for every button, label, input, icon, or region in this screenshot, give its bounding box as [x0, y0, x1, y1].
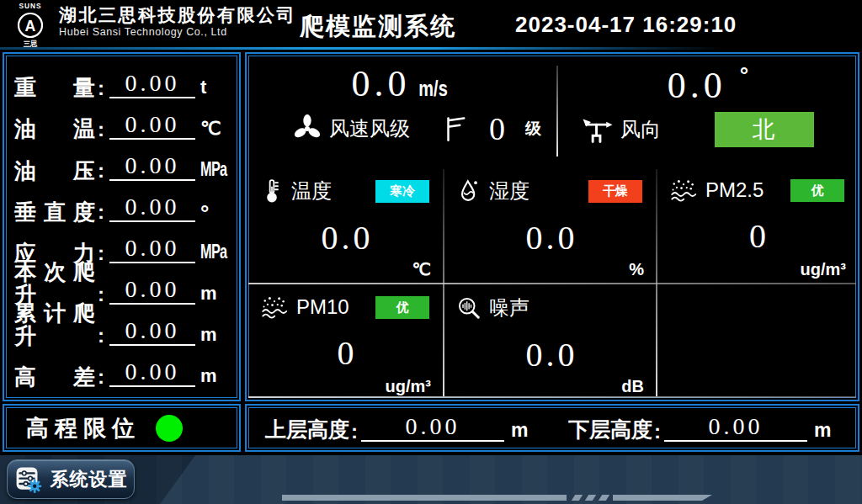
measure-unit: t [200, 77, 231, 100]
measure-label: 垂直度 [14, 201, 95, 224]
noise-meter-icon [456, 295, 482, 321]
sensor-cell-pm10: PM10 优 0 ug/m³ [247, 283, 443, 400]
sliders-gear-icon [14, 465, 43, 494]
measure-value-field: 0.00 [109, 194, 195, 222]
measure-value-field: 0.00 [109, 111, 195, 140]
sensor-label: 湿度 [489, 178, 529, 204]
wind-level-value: 0 [489, 110, 505, 147]
climbing-formwork-monitor-screen: SUNS A 三思 湖北三思科技股份有限公司 Hubei Sansi Techn… [0, 0, 862, 504]
measure-value: 0.00 [125, 358, 180, 385]
measure-value: 0.00 [125, 111, 180, 137]
wind-speed-value: 0.0 [351, 63, 410, 104]
measure-value-field: 0.00 [109, 152, 195, 181]
system-settings-label: 系统设置 [51, 467, 128, 492]
wind-speed-unit: m/s [419, 77, 448, 101]
measure-label: 重量 [14, 77, 95, 99]
measure-unit: MPa [200, 157, 231, 183]
sensor-grid: 温度 寒冷 0.0 ℃ 湿度 干燥 [247, 166, 858, 400]
company-name-cn: 湖北三思科技股份有限公司 [59, 4, 296, 26]
upper-level-unit: m [511, 419, 528, 443]
measure-unit: m [200, 283, 231, 306]
wind-speed-label: 风速风级 [329, 115, 410, 142]
lower-level-group: 下层高度: 0.00 m [568, 413, 843, 443]
svg-text:SUNS: SUNS [19, 2, 41, 10]
upper-level-value-field: 0.00 [361, 413, 504, 442]
measure-value-field: 0.00 [109, 70, 195, 98]
water-drop-icon [456, 178, 482, 204]
company-logo-icon: SUNS A 三思 [7, 2, 54, 49]
wind-direction-value: 0.0 [668, 65, 726, 106]
sensor-label: PM2.5 [705, 178, 764, 202]
colon: : [98, 118, 104, 141]
sensor-value: 0.0 [456, 218, 647, 257]
measure-row-oil-pressure: 油压: 0.00 MPa [14, 146, 231, 183]
header-divider [0, 47, 724, 50]
sensor-cell-temperature: 温度 寒冷 0.0 ℃ [247, 166, 443, 283]
measure-value: 0.00 [125, 70, 180, 96]
wind-vane-icon [582, 114, 614, 145]
company-name-en: Hubei Sansi Technology Co., Ltd [59, 26, 296, 38]
elevation-limit-panel: 高程限位 [3, 404, 241, 452]
measure-label: 油温 [14, 118, 95, 141]
measure-row-verticality: 垂直度: 0.00 ° [14, 187, 231, 224]
status-badge-good: 优 [790, 179, 844, 202]
svg-text:A: A [25, 18, 36, 34]
sensor-cell-pm25: PM2.5 优 0 ug/m³ [656, 166, 858, 283]
colon: : [98, 77, 104, 100]
environment-panel: 0.0m/s 风速风级 [245, 52, 859, 401]
wind-direction-block: 0.0° 风向 北 [558, 54, 858, 166]
company-name-block: 湖北三思科技股份有限公司 Hubei Sansi Technology Co.,… [59, 4, 296, 38]
upper-level-value: 0.00 [406, 413, 460, 439]
sensor-label: 噪声 [489, 294, 529, 321]
wind-direction-label: 风向 [620, 116, 661, 143]
colon: : [98, 283, 104, 306]
dust-particles-icon [669, 178, 698, 203]
header: SUNS A 三思 湖北三思科技股份有限公司 Hubei Sansi Techn… [0, 0, 862, 50]
grid-divider [248, 283, 856, 284]
status-badge-dry: 干燥 [588, 180, 642, 203]
system-settings-button[interactable]: 系统设置 [7, 459, 135, 499]
sensor-cell-empty [656, 283, 858, 400]
sensor-value: 0.0 [260, 218, 434, 257]
decorative-stripe [282, 495, 567, 501]
bottom-toolbar: 系统设置 [0, 455, 862, 504]
sensor-value: 0.0 [456, 335, 647, 374]
measure-row-height-difference: 高差: 0.00 m [14, 352, 231, 389]
sensor-label: 温度 [291, 178, 332, 204]
colon: : [98, 159, 104, 183]
upper-level-group: 上层高度: 0.00 m [265, 413, 540, 443]
sensor-value: 0 [260, 333, 434, 373]
sensor-cell-humidity: 湿度 干燥 0.0 % [443, 166, 656, 283]
sensor-cell-noise: 噪声 0.0 dB [443, 283, 656, 400]
datetime-display: 2023-04-17 16:29:10 [515, 12, 737, 38]
colon: : [351, 420, 358, 443]
wind-section: 0.0m/s 风速风级 [247, 54, 858, 166]
sensor-unit: % [629, 260, 644, 279]
measure-value-field: 0.00 [109, 358, 195, 387]
measure-unit: m [200, 365, 231, 389]
measure-row-oil-temp: 油温: 0.00 ℃ [14, 104, 231, 141]
measure-value: 0.00 [125, 317, 180, 343]
wind-level-flag-icon [442, 114, 467, 143]
colon: : [98, 365, 104, 389]
decorative-stripe [613, 495, 712, 501]
sensor-unit: ug/m³ [386, 377, 431, 396]
measure-value-field: 0.00 [109, 235, 195, 263]
measure-value: 0.00 [125, 276, 180, 302]
thermometer-icon [260, 178, 284, 204]
page-title: 爬模监测系统 [300, 10, 456, 44]
colon: : [654, 420, 661, 443]
measure-label: 油压 [14, 160, 95, 183]
elevation-limit-status-indicator [156, 415, 183, 442]
sensor-unit: ℃ [412, 259, 431, 279]
colon: : [98, 241, 104, 265]
colon: : [98, 200, 104, 224]
status-badge-good: 优 [375, 296, 429, 319]
dust-particles-icon [260, 294, 289, 320]
measure-label: 高差 [14, 366, 95, 389]
measure-row-weight: 重量: 0.00 t [14, 63, 231, 100]
measure-row-total-climb: 累计爬升: 0.00 m [14, 310, 231, 347]
wind-level-unit: 级 [525, 118, 541, 140]
sensor-value: 0 [669, 216, 849, 256]
lower-level-value-field: 0.00 [664, 413, 807, 442]
